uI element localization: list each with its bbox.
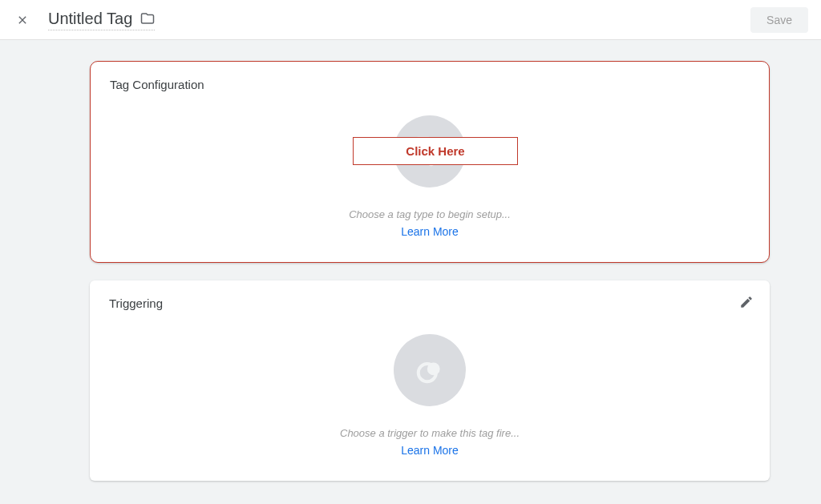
svg-point-1 <box>427 363 440 376</box>
triggering-card[interactable]: Triggering Choose a trigger to make this… <box>90 280 770 481</box>
triggering-helper: Choose a trigger to make this tag fire..… <box>340 427 520 439</box>
folder-icon <box>140 11 155 26</box>
tag-config-title: Tag Configuration <box>110 78 750 91</box>
header-bar: Untitled Tag Save <box>0 0 821 40</box>
tag-config-learn-more-link[interactable]: Learn More <box>401 225 459 238</box>
tag-config-placeholder: Choose a tag type to begin setup... Lear… <box>110 115 750 238</box>
triggering-learn-more-link[interactable]: Learn More <box>401 444 459 457</box>
edit-icon[interactable] <box>739 295 754 312</box>
save-button[interactable]: Save <box>750 7 808 33</box>
page-title: Untitled Tag <box>48 10 132 28</box>
click-here-callout: Click Here <box>353 137 518 165</box>
trigger-icon <box>394 334 466 406</box>
content-area: Tag Configuration Click Here Choose a ta… <box>0 40 821 504</box>
close-icon[interactable] <box>13 10 32 30</box>
tag-configuration-card[interactable]: Tag Configuration Click Here Choose a ta… <box>90 61 770 263</box>
title-container[interactable]: Untitled Tag <box>48 10 155 30</box>
tag-config-helper: Choose a tag type to begin setup... <box>349 208 511 220</box>
triggering-placeholder: Choose a trigger to make this tag fire..… <box>109 334 750 457</box>
triggering-title: Triggering <box>109 296 750 310</box>
